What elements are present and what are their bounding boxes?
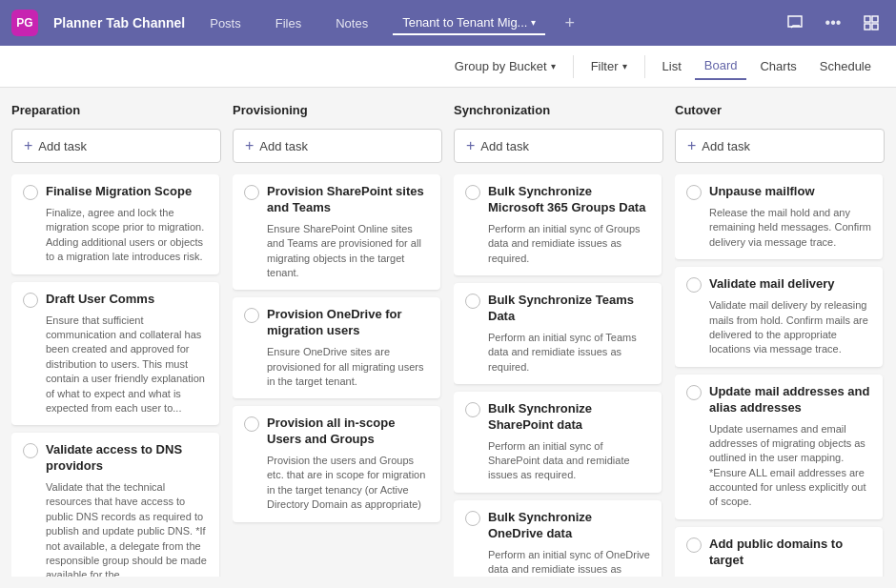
task-body: Perform an initial sync of SharePoint da… <box>488 439 650 483</box>
board-btn[interactable]: Board <box>695 52 747 80</box>
column-cards-preparation: Finalise Migration ScopeFinalize, agree … <box>11 174 221 577</box>
top-nav: PG Planner Tab Channel Posts Files Notes… <box>0 0 896 46</box>
task-card[interactable]: Bulk Synchronize OneDrive dataPerform an… <box>454 500 662 577</box>
column-provisioning: Provisioning+Add taskProvision SharePoin… <box>233 99 442 577</box>
toolbar: Group by Bucket ▾ Filter ▾ List Board Ch… <box>0 46 896 88</box>
task-checkbox[interactable] <box>23 185 38 200</box>
column-synchronization: Synchronization+Add taskBulk Synchronize… <box>454 99 663 577</box>
add-task-btn-synchronization[interactable]: +Add task <box>454 129 663 163</box>
column-header-provisioning: Provisioning <box>233 99 442 121</box>
app-icon: PG <box>11 10 38 36</box>
task-title: Provision SharePoint sites and Teams <box>267 184 429 216</box>
svg-rect-2 <box>865 24 870 30</box>
column-header-synchronization: Synchronization <box>454 99 663 121</box>
task-checkbox[interactable] <box>465 402 480 417</box>
plus-icon: + <box>245 137 254 154</box>
task-body: Finalize, agree and lock the migration s… <box>46 206 208 265</box>
nav-add-tab[interactable]: + <box>560 13 579 33</box>
task-checkbox[interactable] <box>244 416 259 432</box>
task-checkbox[interactable] <box>244 308 259 323</box>
column-cards-provisioning: Provision SharePoint sites and TeamsEnsu… <box>233 174 442 577</box>
task-title: Update mail addresses and alias addresse… <box>709 384 871 416</box>
plus-icon: + <box>466 137 475 154</box>
chat-icon[interactable] <box>782 10 808 36</box>
task-title: Unpause mailflow <box>709 184 815 200</box>
nav-tab-notes[interactable]: Notes <box>326 12 377 34</box>
task-card[interactable]: Unpause mailflowRelease the mail hold an… <box>675 174 883 259</box>
task-body: Release the mail hold and any remaining … <box>709 206 871 250</box>
column-cards-cutover: Unpause mailflowRelease the mail hold an… <box>675 174 885 577</box>
nav-tab-posts[interactable]: Posts <box>200 12 251 34</box>
task-body: Ensure OneDrive sites are provisioned fo… <box>267 345 429 389</box>
charts-btn[interactable]: Charts <box>750 53 805 79</box>
task-body: Perform an initial sync of Teams data an… <box>488 331 650 375</box>
chevron-down-icon: ▾ <box>622 61 627 71</box>
app-title: Planner Tab Channel <box>53 15 185 30</box>
task-body: Provision the users and Groups etc. that… <box>267 454 429 513</box>
task-card[interactable]: Bulk Synchronize SharePoint dataPerform … <box>454 392 662 493</box>
board-area: Preparation+Add taskFinalise Migration S… <box>0 88 896 588</box>
column-cards-synchronization: Bulk Synchronize Microsoft 365 Groups Da… <box>454 174 663 577</box>
add-task-btn-provisioning[interactable]: +Add task <box>233 129 442 163</box>
task-checkbox[interactable] <box>465 185 480 200</box>
task-checkbox[interactable] <box>686 385 702 400</box>
task-body: Perform an initial sync of OneDrive data… <box>488 548 650 577</box>
task-card[interactable]: Validate access to DNS providorsValidate… <box>11 433 219 577</box>
task-title: Bulk Synchronize OneDrive data <box>488 510 650 542</box>
toolbar-separator <box>573 55 574 78</box>
task-checkbox[interactable] <box>244 185 259 200</box>
add-task-btn-preparation[interactable]: +Add task <box>11 129 221 163</box>
task-card[interactable]: Provision SharePoint sites and TeamsEnsu… <box>233 174 440 290</box>
plus-icon: + <box>687 137 696 154</box>
task-checkbox[interactable] <box>23 443 38 458</box>
nav-right-icons: ••• <box>782 10 885 36</box>
task-card[interactable]: Update mail addresses and alias addresse… <box>675 375 883 519</box>
task-title: Draft User Comms <box>46 292 154 308</box>
column-preparation: Preparation+Add taskFinalise Migration S… <box>11 99 221 577</box>
view-icon[interactable] <box>858 10 885 36</box>
task-body: Ensure SharePoint Online sites and Teams… <box>267 222 429 281</box>
task-title: Bulk Synchronize Microsoft 365 Groups Da… <box>488 184 650 216</box>
task-body: Perform an initial sync of Groups data a… <box>488 222 650 266</box>
task-body: Validate that the technical resources th… <box>46 480 208 577</box>
task-title: Validate mail delivery <box>709 276 835 293</box>
chevron-down-icon: ▾ <box>531 17 536 28</box>
task-title: Validate access to DNS providors <box>46 442 208 475</box>
nav-tab-files[interactable]: Files <box>266 12 311 34</box>
group-by-bucket-btn[interactable]: Group by Bucket ▾ <box>445 53 565 79</box>
task-card[interactable]: Bulk Synchronize Microsoft 365 Groups Da… <box>454 174 662 275</box>
task-body: Add and verify the public domains to the… <box>709 575 871 577</box>
list-btn[interactable]: List <box>653 53 691 79</box>
task-checkbox[interactable] <box>465 294 480 309</box>
task-checkbox[interactable] <box>465 511 480 526</box>
task-body: Validate mail delivery by releasing mail… <box>709 298 871 357</box>
column-header-preparation: Preparation <box>11 99 221 121</box>
task-title: Bulk Synchronize Teams Data <box>488 293 650 325</box>
schedule-btn[interactable]: Schedule <box>810 53 881 79</box>
task-checkbox[interactable] <box>686 185 702 200</box>
task-title: Provision all in-scope Users and Groups <box>267 416 429 448</box>
task-card[interactable]: Provision OneDrive for migration usersEn… <box>233 297 440 398</box>
task-title: Provision OneDrive for migration users <box>267 307 429 339</box>
task-checkbox[interactable] <box>686 277 702 293</box>
task-checkbox[interactable] <box>23 293 38 308</box>
task-checkbox[interactable] <box>686 537 702 553</box>
task-card[interactable]: Validate mail deliveryValidate mail deli… <box>675 267 883 367</box>
more-options-icon[interactable]: ••• <box>820 10 846 36</box>
filter-btn[interactable]: Filter ▾ <box>581 53 637 79</box>
svg-rect-3 <box>872 24 878 30</box>
task-card[interactable]: Provision all in-scope Users and GroupsP… <box>233 406 440 521</box>
nav-tab-channel[interactable]: Tenant to Tenant Mig... ▾ <box>393 11 545 35</box>
svg-rect-1 <box>872 16 878 22</box>
task-card[interactable]: Add public domains to targetAdd and veri… <box>675 527 883 577</box>
task-title: Finalise Migration Scope <box>46 184 192 200</box>
add-task-btn-cutover[interactable]: +Add task <box>675 129 885 163</box>
task-card[interactable]: Draft User CommsEnsure that sufficient c… <box>11 282 219 426</box>
toolbar-separator-2 <box>644 55 645 78</box>
plus-icon: + <box>24 137 32 154</box>
task-title: Bulk Synchronize SharePoint data <box>488 401 650 434</box>
chevron-down-icon: ▾ <box>551 61 556 71</box>
task-card[interactable]: Bulk Synchronize Teams DataPerform an in… <box>454 283 662 384</box>
task-body: Ensure that sufficient communication and… <box>46 314 208 416</box>
task-card[interactable]: Finalise Migration ScopeFinalize, agree … <box>11 174 219 274</box>
